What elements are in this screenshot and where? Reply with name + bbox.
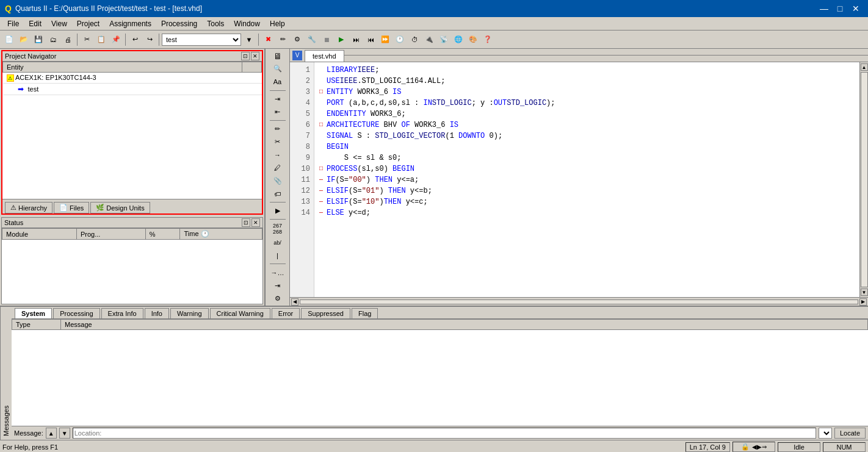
- cut-button[interactable]: ✂: [80, 33, 93, 46]
- start-button[interactable]: ▶: [335, 33, 348, 46]
- msg-down-arrow[interactable]: ▼: [59, 428, 70, 439]
- tool2-button[interactable]: 🕐: [393, 33, 407, 46]
- menu-edit[interactable]: Edit: [24, 18, 46, 29]
- copy-button[interactable]: 📋: [95, 33, 108, 46]
- run-btn[interactable]: ▶: [269, 205, 286, 217]
- tool6-button[interactable]: 🌐: [452, 33, 465, 46]
- ab-btn[interactable]: ab/: [269, 237, 286, 248]
- tab-system[interactable]: System: [15, 308, 52, 318]
- number-btn[interactable]: 267268: [269, 222, 286, 235]
- indent-btn[interactable]: ⇥: [269, 93, 286, 104]
- tab-flag[interactable]: Flag: [352, 308, 378, 318]
- sticker-btn[interactable]: 🏷: [269, 188, 286, 199]
- float-button[interactable]: ⊡: [241, 52, 250, 60]
- save-button[interactable]: 💾: [32, 33, 45, 46]
- compile-button[interactable]: ✖: [261, 33, 275, 46]
- dropdown-arrow[interactable]: ▼: [242, 33, 256, 46]
- step-button[interactable]: ⏭: [349, 33, 363, 46]
- help-button[interactable]: ❓: [481, 33, 494, 46]
- code-text[interactable]: LIBRARY IEEE; USE IEEE.STD_LOGIC_1164.AL…: [314, 62, 859, 297]
- design-icon-btn[interactable]: 🖥: [269, 50, 286, 62]
- menu-processing[interactable]: Processing: [156, 18, 202, 29]
- menu-help[interactable]: Help: [265, 18, 290, 29]
- location-dropdown[interactable]: [819, 428, 832, 439]
- open-button[interactable]: 📂: [17, 33, 31, 46]
- files-tab[interactable]: 📄 Files: [54, 202, 89, 213]
- status-close-button[interactable]: ✕: [251, 218, 260, 227]
- search-btn[interactable]: 🔍: [269, 63, 286, 74]
- tab-error[interactable]: Error: [272, 308, 300, 318]
- menu-view[interactable]: View: [46, 18, 72, 29]
- status-controls[interactable]: ⊡ ✕: [242, 218, 260, 227]
- table-row[interactable]: ➡ test: [3, 84, 262, 95]
- redo-button[interactable]: ↪: [143, 33, 156, 46]
- menu-tools[interactable]: Tools: [202, 18, 229, 29]
- tab-warning[interactable]: Warning: [170, 308, 209, 318]
- location-input[interactable]: [73, 428, 816, 439]
- simulate-button[interactable]: 🔧: [305, 33, 319, 46]
- clip-btn[interactable]: 📎: [269, 175, 286, 187]
- tool1-button[interactable]: ⏩: [378, 33, 392, 46]
- outdent-btn[interactable]: ⇤: [269, 106, 286, 118]
- vline-btn[interactable]: |: [269, 249, 286, 261]
- menu-window[interactable]: Window: [229, 18, 265, 29]
- pencil-btn[interactable]: ✏: [269, 123, 286, 135]
- toolbar: 📄 📂 💾 🗂 🖨 ✂ 📋 📌 ↩ ↪ test ▼ ✖ ✏ ⚙ 🔧 ⏹ ▶ ⏭…: [0, 30, 868, 49]
- code-content[interactable]: 1234567891011121314 LIBRARY IEEE; USE IE…: [290, 62, 859, 297]
- tool7-button[interactable]: 🎨: [466, 33, 480, 46]
- table-row[interactable]: ⚠ ACEX1K: EP1K30TC144-3: [3, 73, 262, 84]
- tab-processing[interactable]: Processing: [53, 308, 99, 318]
- menu-assignments[interactable]: Assignments: [104, 18, 156, 29]
- module-cell[interactable]: ➡ test: [3, 84, 242, 95]
- vscroll-thumb[interactable]: [861, 72, 868, 287]
- menu-project[interactable]: Project: [72, 18, 104, 29]
- close-panel-button[interactable]: ✕: [251, 52, 259, 60]
- stop-button[interactable]: ⏹: [320, 33, 333, 46]
- left-toolbar: 🖥 🔍 Aa ⇥ ⇤ ✏ ✂ → 🖊 📎 🏷 ▶ 267268 ab/ | →……: [266, 49, 290, 306]
- arrow2-btn[interactable]: →…: [269, 267, 286, 278]
- print-button[interactable]: 🖨: [61, 33, 74, 46]
- code-vscroll[interactable]: ▲ ▼: [859, 62, 868, 297]
- vscroll-up[interactable]: ▲: [861, 63, 868, 71]
- tab-extra-info[interactable]: Extra Info: [101, 308, 143, 318]
- tool3-button[interactable]: ⏱: [408, 33, 421, 46]
- code-tab-test-vhd[interactable]: test.vhd: [305, 50, 344, 62]
- code-hscroll[interactable]: ◀ ▶: [290, 297, 868, 306]
- locate-button[interactable]: Locate: [834, 428, 866, 439]
- hscroll-thumb[interactable]: [300, 300, 858, 304]
- scissors-btn[interactable]: ✂: [269, 136, 286, 148]
- paste-button[interactable]: 📌: [109, 33, 123, 46]
- hscroll-right[interactable]: ▶: [859, 298, 867, 306]
- vscroll-down[interactable]: ▼: [861, 289, 868, 296]
- tool5-button[interactable]: 📡: [437, 33, 450, 46]
- tool4-button[interactable]: 🔌: [422, 33, 436, 46]
- msg-up-arrow[interactable]: ▲: [46, 428, 57, 439]
- hierarchy-tab[interactable]: ⚠ Hierarchy: [5, 202, 52, 213]
- messages-vertical-tab[interactable]: Messages: [0, 307, 12, 440]
- project-navigator-controls[interactable]: ⊡ ✕: [241, 52, 259, 60]
- project-dropdown[interactable]: test: [162, 34, 241, 46]
- tab-suppressed[interactable]: Suppressed: [301, 308, 350, 318]
- arrow-btn[interactable]: →: [269, 149, 286, 160]
- edit1-button[interactable]: ✏: [276, 33, 289, 46]
- entity-device-cell[interactable]: ⚠ ACEX1K: EP1K30TC144-3: [3, 73, 242, 84]
- menu-file[interactable]: File: [2, 18, 24, 29]
- title-controls[interactable]: — □ ✕: [817, 2, 863, 15]
- status-float-button[interactable]: ⊡: [242, 218, 250, 227]
- settings-btn[interactable]: ⚙: [269, 293, 286, 304]
- verify-button[interactable]: ⚙: [291, 33, 304, 46]
- pencil2-btn[interactable]: 🖊: [269, 162, 286, 173]
- minimize-button[interactable]: —: [817, 2, 831, 15]
- back-button[interactable]: ⏮: [364, 33, 377, 46]
- save-all-button[interactable]: 🗂: [46, 33, 60, 46]
- font-btn[interactable]: Aa: [269, 76, 286, 87]
- indent2-btn[interactable]: ⇥: [269, 279, 286, 291]
- close-button[interactable]: ✕: [848, 2, 863, 15]
- design-units-tab[interactable]: 🌿 Design Units: [90, 202, 150, 213]
- undo-button[interactable]: ↩: [128, 33, 142, 46]
- maximize-button[interactable]: □: [833, 2, 847, 15]
- tab-info[interactable]: Info: [145, 308, 169, 318]
- new-button[interactable]: 📄: [2, 33, 16, 46]
- tab-critical-warning[interactable]: Critical Warning: [210, 308, 270, 318]
- hscroll-left[interactable]: ◀: [291, 298, 298, 306]
